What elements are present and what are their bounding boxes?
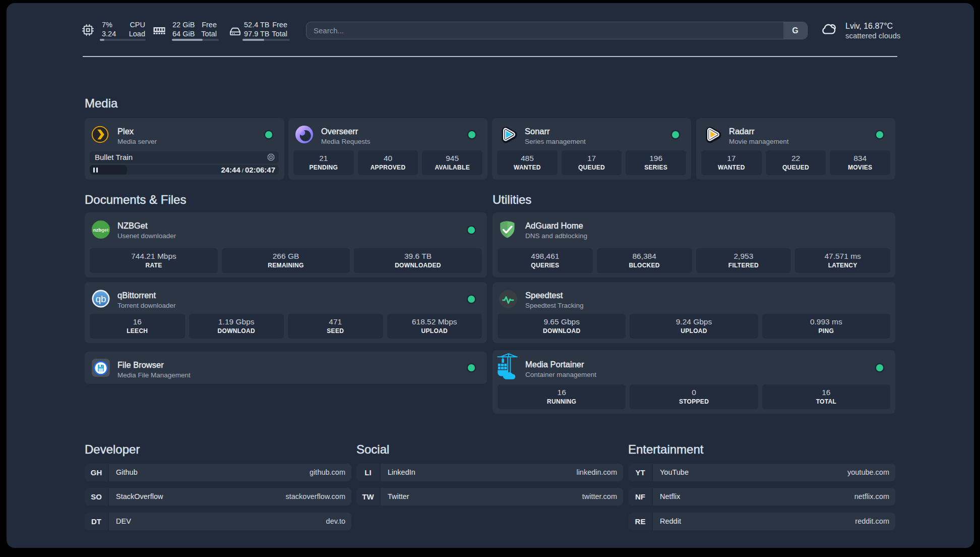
svg-text:qb: qb <box>95 294 106 304</box>
svg-text:nzbget: nzbget <box>93 227 109 233</box>
